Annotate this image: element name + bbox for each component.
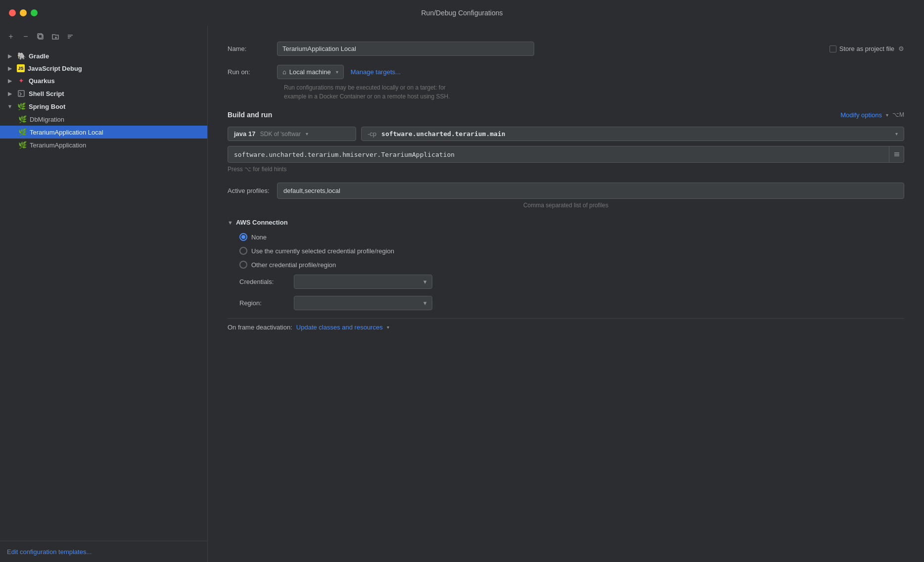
java-sdk-label: SDK of 'softwar — [258, 131, 301, 138]
terarium-local-icon: 🌿 — [18, 128, 27, 137]
spring-boot-icon: 🌿 — [17, 102, 26, 111]
build-run-section-header: Build and run Modify options ▾ ⌥M — [228, 111, 904, 119]
copy-config-button[interactable] — [36, 32, 46, 42]
active-profiles-input[interactable] — [277, 183, 904, 199]
chevron-shell-icon: ▶ — [6, 90, 14, 97]
modify-chevron-icon: ▾ — [886, 112, 888, 118]
radio-credential-label: Use the currently selected credential pr… — [251, 247, 394, 255]
radio-none-option[interactable]: None — [228, 233, 904, 241]
radio-credential-profile-option[interactable]: Use the currently selected credential pr… — [228, 247, 904, 255]
sort-button[interactable] — [65, 32, 75, 42]
active-profiles-row: Active profiles: — [228, 183, 904, 199]
region-dropdown[interactable]: ▾ — [294, 296, 432, 310]
press-hint-text: Press ⌥ for field hints — [228, 166, 286, 173]
chevron-jsdebug-icon: ▶ — [6, 64, 14, 72]
sidebar-footer: Edit configuration templates... — [0, 541, 207, 562]
build-run-title: Build and run — [228, 111, 272, 119]
name-label: Name: — [228, 45, 277, 52]
run-on-hint: Run configurations may be executed local… — [284, 83, 904, 101]
new-folder-button[interactable] — [50, 32, 60, 42]
on-frame-deactivation-row: On frame deactivation: Update classes an… — [228, 318, 904, 336]
title-bar: Run/Debug Configurations — [0, 0, 924, 26]
modify-shortcut: ⌥M — [892, 111, 904, 118]
sidebar: + − — [0, 26, 208, 562]
minimize-button[interactable] — [20, 9, 27, 16]
modify-options-button[interactable]: Modify options ▾ — [840, 111, 888, 119]
sidebar-item-gradle[interactable]: ▶ 🐘 Gradle — [0, 49, 207, 62]
java-version-dropdown[interactable]: java 17 SDK of 'softwar ▾ — [228, 127, 356, 141]
spring-boot-label: Spring Boot — [29, 103, 65, 110]
active-profiles-label: Active profiles: — [228, 187, 277, 194]
run-on-chevron-icon: ▾ — [336, 69, 338, 75]
credentials-row: Credentials: ▾ — [228, 275, 904, 289]
java-version-label: java 17 — [234, 130, 255, 138]
terarium-app-icon: 🌿 — [18, 140, 27, 149]
shell-label: Shell Script — [29, 90, 64, 97]
local-machine-icon: ⌂ — [282, 68, 286, 76]
close-button[interactable] — [9, 9, 16, 16]
profiles-hint: Comma separated list of profiles — [228, 202, 904, 209]
radio-other-circle — [239, 261, 247, 269]
chevron-gradle-icon: ▶ — [6, 52, 14, 60]
hint-text-content: Run configurations may be executed local… — [284, 84, 450, 100]
store-as-project-file-checkbox[interactable]: Store as project file — [830, 45, 894, 52]
sidebar-item-shell-script[interactable]: ▶ Shell Script — [0, 87, 207, 100]
manage-targets-link[interactable]: Manage targets... — [351, 68, 401, 76]
main-layout: + − — [0, 26, 924, 562]
sidebar-item-spring-boot[interactable]: ▼ 🌿 Spring Boot — [0, 100, 207, 113]
checkbox-icon — [830, 46, 836, 52]
maximize-button[interactable] — [31, 9, 38, 16]
name-input[interactable] — [277, 42, 534, 56]
build-run-row: java 17 SDK of 'softwar ▾ -cp software.u… — [228, 127, 904, 141]
main-class-list-button[interactable] — [889, 146, 904, 163]
aws-section-title: AWS Connection — [236, 219, 288, 226]
java-dropdown-chevron-icon: ▾ — [306, 131, 308, 137]
radio-none-label: None — [251, 234, 267, 241]
aws-chevron-icon: ▼ — [228, 220, 233, 226]
sidebar-toolbar: + − — [0, 26, 207, 47]
credentials-chevron-icon: ▾ — [423, 278, 427, 285]
quarkus-icon: ✦ — [17, 76, 26, 85]
sidebar-item-quarkus[interactable]: ▶ ✦ Quarkus — [0, 74, 207, 87]
store-settings-gear-icon[interactable]: ⚙ — [898, 45, 904, 52]
sidebar-item-db-migration[interactable]: 🌿 DbMigration — [0, 113, 207, 126]
jsdebug-label: JavaScript Debug — [28, 65, 82, 72]
on-frame-link[interactable]: Update classes and resources — [296, 324, 383, 331]
on-frame-label: On frame deactivation: — [228, 324, 292, 331]
terarium-local-label: TerariumApplication Local — [30, 129, 103, 136]
profiles-hint-text: Comma separated list of profiles — [523, 202, 608, 209]
cp-value: software.uncharted.terarium.main — [381, 130, 505, 138]
edit-templates-link[interactable]: Edit configuration templates... — [7, 548, 92, 556]
jsdebug-icon: JS — [17, 64, 25, 72]
run-on-value: Local machine — [289, 68, 331, 76]
run-on-row: Run on: ⌂ Local machine ▾ Manage targets… — [228, 65, 904, 79]
press-hint: Press ⌥ for field hints — [228, 166, 904, 173]
cp-dropdown[interactable]: -cp software.uncharted.terarium.main ▾ — [361, 127, 904, 141]
sidebar-item-terarium-local[interactable]: 🌿 TerariumApplication Local — [0, 126, 207, 139]
region-label: Region: — [239, 299, 294, 307]
cp-prefix: -cp — [368, 130, 376, 138]
terarium-app-label: TerariumApplication — [30, 141, 86, 149]
credentials-dropdown[interactable]: ▾ — [294, 275, 432, 289]
radio-none-circle — [239, 233, 247, 241]
radio-other-credential-option[interactable]: Other credential profile/region — [228, 261, 904, 269]
main-class-input[interactable] — [228, 146, 889, 163]
shell-icon — [17, 89, 26, 98]
db-migration-label: DbMigration — [30, 116, 64, 123]
remove-config-button[interactable]: − — [21, 32, 31, 42]
run-on-dropdown[interactable]: ⌂ Local machine ▾ — [277, 65, 344, 79]
sidebar-item-js-debug[interactable]: ▶ JS JavaScript Debug — [0, 62, 207, 74]
run-on-label: Run on: — [228, 68, 277, 76]
name-store-row: Name: Store as project file ⚙ — [228, 42, 904, 56]
window-controls — [9, 9, 38, 16]
main-class-wrapper — [228, 146, 904, 163]
store-label: Store as project file — [839, 45, 894, 52]
radio-credential-circle — [239, 247, 247, 255]
radio-other-label: Other credential profile/region — [251, 261, 336, 269]
gradle-label: Gradle — [29, 52, 49, 60]
add-config-button[interactable]: + — [6, 32, 16, 42]
region-chevron-icon: ▾ — [423, 299, 427, 307]
aws-section-header[interactable]: ▼ AWS Connection — [228, 219, 904, 226]
window-title: Run/Debug Configurations — [421, 9, 503, 17]
sidebar-item-terarium-app[interactable]: 🌿 TerariumApplication — [0, 139, 207, 151]
